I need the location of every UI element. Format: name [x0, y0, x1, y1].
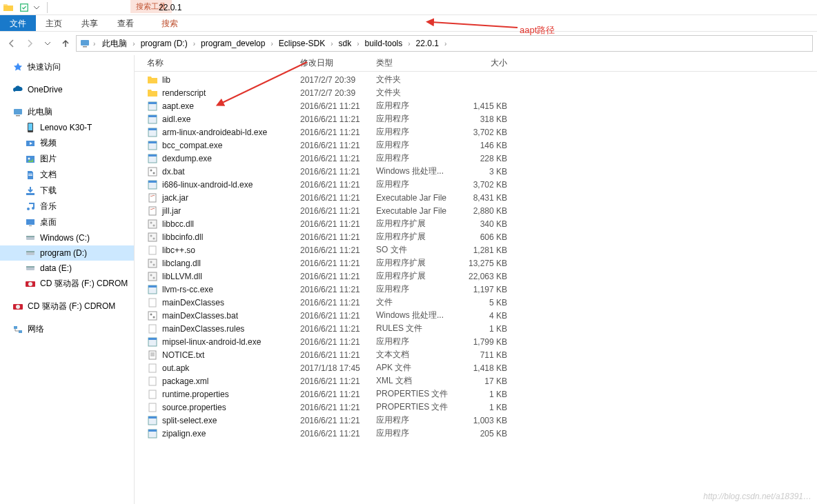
chevron-right-icon[interactable]: › — [329, 40, 334, 48]
tab-home[interactable]: 主页 — [36, 15, 72, 31]
sidebar-item[interactable]: 桌面 — [0, 214, 134, 230]
file-name: dexdump.exe — [162, 154, 212, 163]
file-name: arm-linux-androideabi-ld.exe — [162, 128, 267, 137]
sidebar-network[interactable]: 网络 — [0, 321, 134, 337]
tab-file[interactable]: 文件 — [0, 15, 36, 31]
file-date: 2016/6/21 11:21 — [300, 390, 376, 399]
svg-point-42 — [153, 172, 155, 174]
column-header-date[interactable]: 修改日期 — [300, 57, 376, 69]
chevron-down-icon — [44, 40, 51, 47]
tab-view[interactable]: 查看 — [108, 15, 144, 31]
file-row[interactable]: arm-linux-androideabi-ld.exe2016/6/21 11… — [135, 125, 817, 139]
sidebar-item[interactable]: 图片 — [0, 151, 134, 167]
file-name: bcc_compat.exe — [162, 141, 222, 150]
sidebar-item[interactable]: CD 驱动器 (F:) CDROM — [0, 276, 134, 292]
file-type: 应用程序扩展 — [376, 270, 459, 282]
sidebar-cd-drive-2[interactable]: CD 驱动器 (F:) CDROM — [0, 299, 134, 314]
file-row[interactable]: i686-linux-android-ld.exe2016/6/21 11:21… — [135, 178, 817, 191]
file-row[interactable]: aidl.exe2016/6/21 11:21应用程序318 KB — [135, 112, 817, 125]
tab-search[interactable]: 搜索 — [152, 15, 188, 31]
file-date: 2016/6/21 11:21 — [300, 193, 376, 203]
file-row[interactable]: aapt.exe2016/6/21 11:21应用程序1,415 KB — [135, 99, 817, 112]
sidebar-item[interactable]: 音乐 — [0, 199, 134, 214]
column-header-size[interactable]: 大小 — [459, 57, 514, 69]
dll-icon — [147, 258, 158, 269]
file-row[interactable]: llvm-rs-cc.exe2016/6/21 11:21应用程序1,197 K… — [135, 283, 817, 296]
svg-point-10 — [28, 157, 30, 159]
nav-recent-button[interactable] — [40, 36, 55, 51]
file-row[interactable]: libclang.dll2016/6/21 11:21应用程序扩展13,275 … — [135, 256, 817, 270]
file-row[interactable]: split-select.exe2016/6/21 11:21应用程序1,003… — [135, 414, 817, 427]
file-row[interactable]: package.xml2016/6/21 11:21XML 文档17 KB — [135, 374, 817, 387]
file-date: 2016/6/21 11:21 — [300, 206, 376, 216]
sidebar-item[interactable]: Windows (C:) — [0, 230, 134, 245]
exe-icon — [147, 415, 158, 426]
file-row[interactable]: mainDexClasses.rules2016/6/21 11:21RULES… — [135, 322, 817, 335]
file-name: libclang.dll — [162, 259, 201, 268]
file-row[interactable]: libc++.so2016/6/21 11:21SO 文件1,281 KB — [135, 243, 817, 256]
sidebar-onedrive[interactable]: OneDrive — [0, 82, 134, 97]
file-row[interactable]: libbcinfo.dll2016/6/21 11:21应用程序扩展606 KB — [135, 230, 817, 243]
file-row[interactable]: jack.jar2016/6/21 11:21Executable Jar Fi… — [135, 191, 817, 204]
file-row[interactable]: mainDexClasses2016/6/21 11:21文件5 KB — [135, 296, 817, 309]
file-date: 2016/6/21 11:21 — [300, 403, 376, 412]
file-row[interactable]: dexdump.exe2016/6/21 11:21应用程序228 KB — [135, 152, 817, 165]
file-row[interactable]: libLLVM.dll2016/6/21 11:21应用程序扩展22,063 K… — [135, 270, 817, 283]
file-row[interactable]: mainDexClasses.bat2016/6/21 11:21Windows… — [135, 309, 817, 322]
file-row[interactable]: dx.bat2016/6/21 11:21Windows 批处理...3 KB — [135, 165, 817, 178]
column-header-name[interactable]: 名称 — [135, 57, 300, 69]
file-size: 3,702 KB — [459, 180, 514, 190]
folder-icon — [3, 2, 14, 13]
file-row[interactable]: out.apk2017/1/18 17:45APK 文件1,418 KB — [135, 361, 817, 374]
nav-up-button[interactable] — [58, 36, 73, 51]
nav-forward-button[interactable] — [22, 36, 37, 51]
file-name: source.properties — [162, 403, 226, 412]
breadcrumb-segment[interactable]: program (D:) — [137, 37, 192, 50]
file-date: 2016/6/21 11:21 — [300, 141, 376, 150]
file-row[interactable]: NOTICE.txt2016/6/21 11:21文本文档711 KB — [135, 348, 817, 361]
file-row[interactable]: zipalign.exe2016/6/21 11:21应用程序205 KB — [135, 427, 817, 440]
sidebar-item[interactable]: program (D:) — [0, 245, 134, 261]
chevron-right-icon[interactable]: › — [131, 40, 136, 48]
chevron-right-icon[interactable]: › — [406, 40, 411, 48]
chevron-right-icon[interactable]: › — [269, 40, 274, 48]
breadcrumb-segment[interactable]: 22.0.1 — [412, 37, 443, 50]
file-row[interactable]: mipsel-linux-android-ld.exe2016/6/21 11:… — [135, 335, 817, 348]
file-row[interactable]: bcc_compat.exe2016/6/21 11:21应用程序146 KB — [135, 139, 817, 152]
breadcrumb-segment[interactable]: program_develop — [197, 37, 269, 50]
file-row[interactable]: jill.jar2016/6/21 11:21Executable Jar Fi… — [135, 204, 817, 217]
file-name: dx.bat — [162, 167, 185, 177]
tab-share[interactable]: 共享 — [72, 15, 108, 31]
column-header-type[interactable]: 类型 — [376, 57, 459, 69]
chevron-right-icon[interactable]: › — [355, 40, 360, 48]
svg-rect-19 — [26, 236, 35, 237]
svg-rect-37 — [148, 141, 157, 143]
chevron-right-icon[interactable]: › — [92, 40, 97, 48]
properties-icon[interactable] — [19, 3, 29, 12]
file-row[interactable]: lib2017/2/7 20:39文件夹 — [135, 73, 817, 86]
sidebar-item[interactable]: data (E:) — [0, 261, 134, 276]
sidebar-item[interactable]: 文档 — [0, 167, 134, 183]
navigation-pane[interactable]: 快速访问 OneDrive 此电脑 Lenovo K30-T视频图片文档下载音乐… — [0, 55, 135, 504]
file-row[interactable]: libbcc.dll2016/6/21 11:21应用程序扩展340 KB — [135, 217, 817, 230]
sidebar-quick-access[interactable]: 快速访问 — [0, 59, 134, 75]
sidebar-item[interactable]: 视频 — [0, 135, 134, 151]
chevron-right-icon[interactable]: › — [443, 40, 448, 48]
breadcrumb-segment[interactable]: build-tools — [361, 37, 407, 50]
qat-dropdown-icon[interactable] — [33, 4, 40, 11]
nav-back-button[interactable] — [4, 36, 19, 51]
breadcrumb-segment[interactable]: 此电脑 — [98, 37, 131, 50]
address-bar[interactable]: › 此电脑›program (D:)›program_develop›Eclip… — [76, 35, 813, 52]
sidebar-this-pc[interactable]: 此电脑 — [0, 104, 134, 120]
file-row[interactable]: source.properties2016/6/21 11:21PROPERTI… — [135, 401, 817, 414]
file-row[interactable]: runtime.properties2016/6/21 11:21PROPERT… — [135, 387, 817, 401]
sidebar-item-label: 音乐 — [40, 201, 57, 212]
breadcrumb-segment[interactable]: sdk — [335, 37, 356, 50]
chevron-right-icon[interactable]: › — [192, 40, 197, 48]
sidebar-item[interactable]: Lenovo K30-T — [0, 120, 134, 135]
file-date: 2016/6/21 11:21 — [300, 416, 376, 425]
breadcrumb-segment[interactable]: Eclipse-SDK — [275, 37, 329, 50]
file-row[interactable]: renderscript2017/2/7 20:39文件夹 — [135, 86, 817, 99]
sidebar-item[interactable]: 下载 — [0, 183, 134, 199]
file-icon — [147, 245, 158, 256]
